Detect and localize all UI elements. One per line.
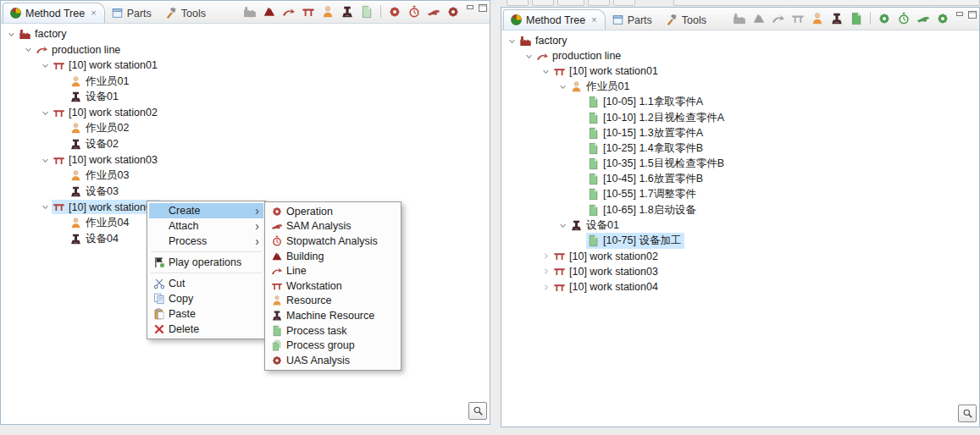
tree-node[interactable]: 作业员01 — [502, 80, 978, 95]
toolbar-button-process-task[interactable] — [849, 11, 864, 26]
tree-node[interactable]: 设备01 — [502, 218, 978, 233]
menu-item-cut[interactable]: Cut — [149, 276, 263, 291]
menu-item-uas-analysis[interactable]: UAS Analysis — [267, 353, 399, 368]
tree-node[interactable]: factory — [2, 26, 489, 42]
maximize-button[interactable] — [968, 11, 977, 19]
toolbar-button-machine-resource[interactable] — [340, 4, 355, 19]
menu-item-building[interactable]: Building — [267, 249, 399, 264]
node-body: [10-15] 1.3放置零件A — [586, 125, 706, 141]
tab-method-tree[interactable]: Method Tree× — [3, 3, 105, 23]
tab-method-tree[interactable]: Method Tree× — [503, 9, 606, 30]
tree-node[interactable]: production line — [2, 42, 489, 58]
tree-node[interactable]: [10] work station03 — [2, 152, 489, 168]
tab-tools[interactable]: Tools — [660, 10, 714, 30]
tree-node[interactable]: [10] work station04 — [502, 279, 978, 295]
tree-node[interactable]: [10-25] 1.4拿取零件B — [502, 140, 978, 156]
tree-node[interactable]: factory — [502, 33, 978, 48]
toolbar-button-operation[interactable] — [387, 4, 402, 19]
chevron-right-icon[interactable] — [540, 252, 552, 260]
tab-parts[interactable]: Parts — [606, 10, 660, 30]
chevron-down-icon[interactable] — [5, 30, 18, 38]
toolbar-button-factory[interactable] — [242, 4, 257, 19]
toolbar-button-resource[interactable] — [320, 4, 335, 19]
tree-node[interactable]: [10-75] 设备加工 — [502, 233, 978, 248]
search-button[interactable] — [468, 402, 487, 420]
menu-item-play-operations[interactable]: Play operations — [149, 255, 263, 270]
tree-node[interactable]: 作业员01 — [2, 74, 489, 90]
tree-node[interactable]: [10-10] 1.2目视检查零件A — [502, 110, 978, 125]
chevron-right-icon[interactable] — [540, 267, 552, 275]
toolbar-button-process-task[interactable] — [359, 4, 374, 19]
toolbar-button-stopwatch-analysis[interactable] — [896, 11, 911, 26]
tree-node[interactable]: [10-35] 1.5目视检查零件B — [502, 157, 978, 172]
toolbar-button-line[interactable] — [771, 11, 786, 26]
tree-node[interactable]: 设备02 — [2, 136, 489, 152]
toolbar-button-building[interactable] — [751, 11, 767, 26]
tree-node[interactable]: [10] work station03 — [502, 264, 978, 279]
chevron-down-icon[interactable] — [523, 52, 535, 60]
toolbar-button-stopwatch-analysis[interactable] — [407, 4, 422, 19]
menu-item-machine-resource[interactable]: Machine Resource — [267, 308, 399, 323]
tree-node[interactable]: [10-65] 1.8启动设备 — [502, 202, 978, 218]
menu-item-process-group[interactable]: Process group — [267, 338, 399, 353]
menu-item-paste[interactable]: Paste — [149, 306, 263, 322]
tree-node[interactable]: 设备01 — [2, 89, 489, 105]
menu-item-operation[interactable]: Operation — [267, 204, 399, 219]
menu-item-resource[interactable]: Resource — [267, 294, 399, 309]
toolbar-button-uas-analysis[interactable] — [935, 11, 950, 26]
toolbar-button-machine-resource[interactable] — [829, 11, 844, 26]
chevron-down-icon[interactable] — [22, 46, 35, 53]
tab-tools[interactable]: Tools — [159, 3, 213, 23]
minimize-button[interactable] — [467, 4, 475, 12]
tree-node[interactable]: 作业员02 — [2, 121, 489, 137]
toolbar-button-operation[interactable] — [877, 11, 892, 26]
menu-item-line[interactable]: Line — [267, 263, 399, 278]
toolbar-button-sam-analysis[interactable] — [916, 11, 931, 26]
toolbar-button-line[interactable] — [281, 4, 296, 19]
menu-item-process[interactable]: Process› — [149, 234, 263, 249]
chevron-down-icon[interactable] — [39, 62, 52, 69]
chevron-down-icon[interactable] — [556, 83, 569, 91]
menu-item-sam-analysis[interactable]: SAM Analysis — [267, 219, 399, 234]
menu-item-process-task[interactable]: Process task — [267, 323, 399, 339]
menu-item-create[interactable]: Create› — [149, 203, 263, 218]
chevron-down-icon[interactable] — [540, 68, 552, 75]
tree-node[interactable]: 作业员03 — [2, 168, 489, 184]
tree-node[interactable]: [10] work station02 — [502, 249, 978, 264]
tree-node[interactable]: [10-15] 1.3放置零件A — [502, 125, 978, 140]
tree-node[interactable]: [10] work station01 — [502, 63, 978, 79]
chevron-down-icon[interactable] — [39, 109, 52, 117]
toolbar-button-building[interactable] — [262, 4, 277, 19]
toolbar-button-workstation[interactable] — [790, 11, 806, 26]
menu-item-workstation[interactable]: Workstation — [267, 278, 399, 294]
maximize-button[interactable] — [479, 4, 487, 12]
tree-node[interactable]: [10-55] 1.7调整零件 — [502, 187, 978, 202]
chevron-down-icon[interactable] — [556, 222, 569, 229]
tree-node[interactable]: 设备03 — [2, 184, 489, 200]
close-icon[interactable]: × — [91, 8, 96, 18]
toolbar-button-factory[interactable] — [732, 11, 747, 26]
chevron-down-icon[interactable] — [39, 157, 52, 164]
tree-node[interactable]: [10-45] 1.6放置零件B — [502, 172, 978, 187]
toolbar-button-sam-analysis[interactable] — [426, 4, 441, 19]
tree-node[interactable]: [10] work station01 — [2, 58, 489, 74]
tree-node-label: 设备03 — [86, 184, 119, 199]
menu-item-copy[interactable]: Copy — [149, 291, 263, 306]
minimize-button[interactable] — [956, 11, 965, 19]
menu-item-stopwatch-analysis[interactable]: Stopwatch Analysis — [267, 234, 399, 249]
menu-item-attach[interactable]: Attach› — [149, 218, 263, 234]
menu-item-delete[interactable]: Delete — [149, 322, 263, 337]
chevron-down-icon[interactable] — [506, 37, 518, 45]
tab-parts[interactable]: Parts — [105, 3, 159, 23]
tree-node[interactable]: production line — [502, 48, 978, 63]
toolbar-button-uas-analysis[interactable] — [446, 4, 461, 19]
toolbar-button-workstation[interactable] — [301, 4, 316, 19]
pie-chart-icon — [9, 7, 22, 19]
search-button[interactable] — [958, 405, 977, 422]
chevron-right-icon[interactable] — [540, 284, 552, 291]
chevron-down-icon[interactable] — [39, 203, 52, 211]
close-icon[interactable]: × — [591, 15, 596, 25]
toolbar-button-resource[interactable] — [810, 11, 825, 26]
tree-node[interactable]: [10] work station02 — [2, 105, 489, 121]
tree-node[interactable]: [10-05] 1.1拿取零件A — [502, 95, 978, 110]
